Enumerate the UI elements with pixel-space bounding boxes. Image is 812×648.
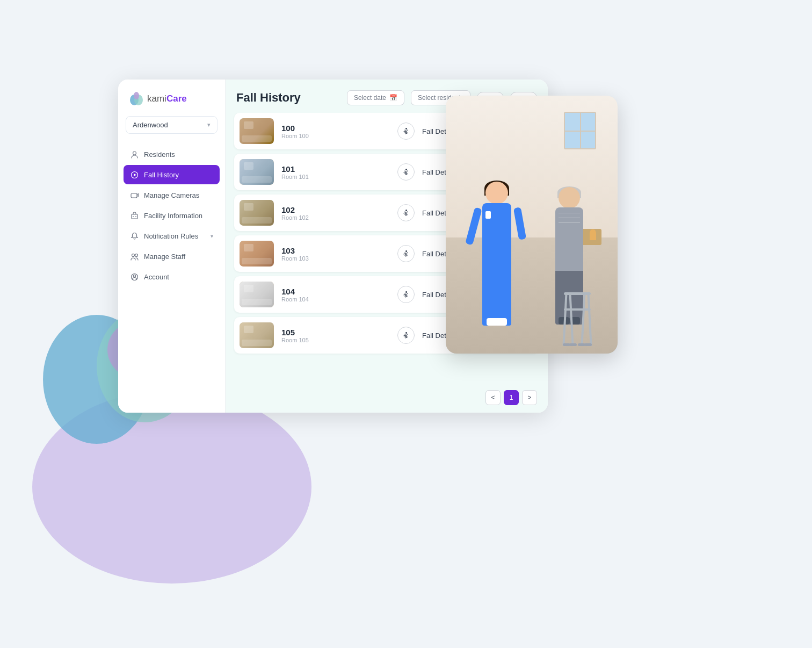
- date-filter-button[interactable]: Select date 📅: [347, 90, 404, 105]
- room-thumbnail: [240, 200, 274, 226]
- notification-rules-label: Notification Rules: [144, 232, 198, 240]
- room-thumbnail: [240, 241, 274, 267]
- room-thumbnail: [240, 159, 274, 185]
- residents-label: Residents: [144, 150, 175, 159]
- room-window: [564, 112, 596, 149]
- sidebar-item-manage-staff[interactable]: Manage Staff: [124, 247, 220, 266]
- patient-figure: [537, 187, 601, 354]
- fall-icon-svg: [402, 168, 410, 176]
- room-number: 105: [281, 328, 390, 337]
- sidebar: kamiCare Ardenwood ▾ Residents Fall Hist…: [118, 80, 226, 413]
- room-info: 102 Room 102: [281, 205, 390, 221]
- room-number: 104: [281, 287, 390, 296]
- fall-icon-svg: [402, 331, 410, 340]
- svg-point-2: [134, 92, 139, 99]
- page-1-button[interactable]: 1: [504, 390, 519, 405]
- chevron-down-icon: ▾: [207, 121, 211, 128]
- residents-icon: [130, 150, 139, 159]
- logo-icon: [129, 91, 144, 106]
- room-info: 101 Room 101: [281, 164, 390, 180]
- room-label: Room 102: [281, 214, 390, 221]
- room-label: Room 105: [281, 337, 390, 343]
- sidebar-item-notification-rules[interactable]: Notification Rules ▾: [124, 226, 220, 246]
- fall-history-label: Fall History: [144, 171, 179, 179]
- nav-menu: Residents Fall History Manage Cameras: [118, 145, 225, 286]
- facility-name: Ardenwood: [133, 121, 168, 129]
- room-info: 100 Room 100: [281, 124, 390, 139]
- room-label: Room 103: [281, 255, 390, 262]
- logo-care: Care: [166, 93, 187, 104]
- room-info: 103 Room 103: [281, 246, 390, 262]
- prev-page-button[interactable]: <: [485, 390, 501, 405]
- sidebar-item-facility-information[interactable]: Facility Information: [124, 206, 220, 225]
- room-number: 103: [281, 246, 390, 255]
- account-label: Account: [144, 273, 169, 281]
- svg-rect-7: [132, 214, 137, 219]
- fall-detected-icon: [397, 286, 415, 303]
- notification-rules-icon: [130, 232, 139, 240]
- logo-kami: kami: [147, 93, 166, 104]
- manage-cameras-label: Manage Cameras: [144, 191, 199, 199]
- room-label: Room 100: [281, 133, 390, 139]
- room-info: 105 Room 105: [281, 328, 390, 343]
- room-number: 102: [281, 205, 390, 214]
- calendar-icon: 📅: [389, 94, 397, 102]
- svg-point-11: [135, 254, 137, 256]
- pagination: < 1 >: [226, 385, 548, 413]
- next-page-button[interactable]: >: [522, 390, 537, 405]
- notification-rules-chevron: ▾: [211, 233, 213, 239]
- facility-information-label: Facility Information: [144, 212, 202, 220]
- account-icon: [130, 272, 139, 281]
- svg-point-10: [132, 254, 134, 256]
- svg-rect-6: [131, 193, 137, 198]
- date-filter-label: Select date: [354, 94, 386, 102]
- logo-text: kamiCare: [147, 93, 187, 104]
- room-thumbnail: [240, 322, 274, 348]
- room-info: 104 Room 104: [281, 287, 390, 303]
- room-number: 100: [281, 124, 390, 133]
- nurse-figure: [467, 182, 526, 354]
- room-label: Room 101: [281, 174, 390, 180]
- page-title: Fall History: [236, 91, 301, 105]
- sidebar-item-fall-history[interactable]: Fall History: [124, 165, 220, 184]
- sidebar-item-residents[interactable]: Residents: [124, 145, 220, 164]
- fall-detected-icon: [397, 123, 415, 140]
- fall-detected-icon: [397, 163, 415, 181]
- fall-icon-svg: [402, 208, 410, 217]
- sidebar-item-account[interactable]: Account: [124, 267, 220, 286]
- nurse-photo-card: [446, 96, 618, 354]
- facility-information-icon: [130, 211, 139, 220]
- room-label: Room 104: [281, 296, 390, 303]
- room-number: 101: [281, 164, 390, 174]
- svg-point-3: [133, 152, 136, 155]
- facility-selector[interactable]: Ardenwood ▾: [126, 116, 218, 134]
- manage-staff-icon: [130, 252, 139, 261]
- room-thumbnail: [240, 282, 274, 307]
- fall-icon-svg: [402, 249, 410, 258]
- walker: [559, 292, 596, 346]
- fall-history-icon: [130, 170, 139, 179]
- svg-marker-5: [134, 174, 136, 176]
- manage-staff-label: Manage Staff: [144, 253, 185, 261]
- sidebar-item-manage-cameras[interactable]: Manage Cameras: [124, 185, 220, 205]
- fall-detected-icon: [397, 245, 415, 262]
- fall-icon-svg: [402, 290, 410, 299]
- fall-icon-svg: [402, 127, 410, 135]
- app-logo: kamiCare: [118, 80, 225, 116]
- manage-cameras-icon: [130, 191, 139, 199]
- svg-point-13: [133, 275, 135, 277]
- fall-detected-icon: [397, 327, 415, 344]
- fall-detected-icon: [397, 204, 415, 221]
- room-thumbnail: [240, 118, 274, 144]
